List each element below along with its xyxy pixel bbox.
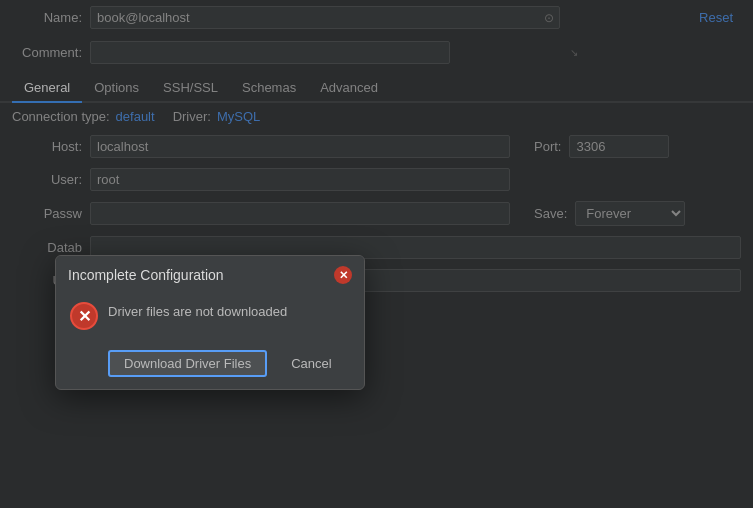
main-container: Name: ⊙ Reset Comment: ↘ General Options… [0,0,753,508]
modal-title: Incomplete Configuration [68,267,224,283]
modal-body: ✕ Driver files are not downloaded [56,292,364,344]
modal-footer: Download Driver Files Cancel [56,344,364,389]
modal-close-button[interactable]: ✕ [334,266,352,284]
modal-overlay: Incomplete Configuration ✕ ✕ Driver file… [0,0,753,508]
modal-close-icon: ✕ [339,269,348,282]
incomplete-config-modal: Incomplete Configuration ✕ ✕ Driver file… [55,255,365,390]
download-driver-files-button[interactable]: Download Driver Files [108,350,267,377]
error-x-icon: ✕ [78,307,91,326]
cancel-button[interactable]: Cancel [277,352,345,375]
modal-message: Driver files are not downloaded [108,304,350,319]
error-icon: ✕ [70,302,98,330]
modal-header: Incomplete Configuration ✕ [56,256,364,292]
